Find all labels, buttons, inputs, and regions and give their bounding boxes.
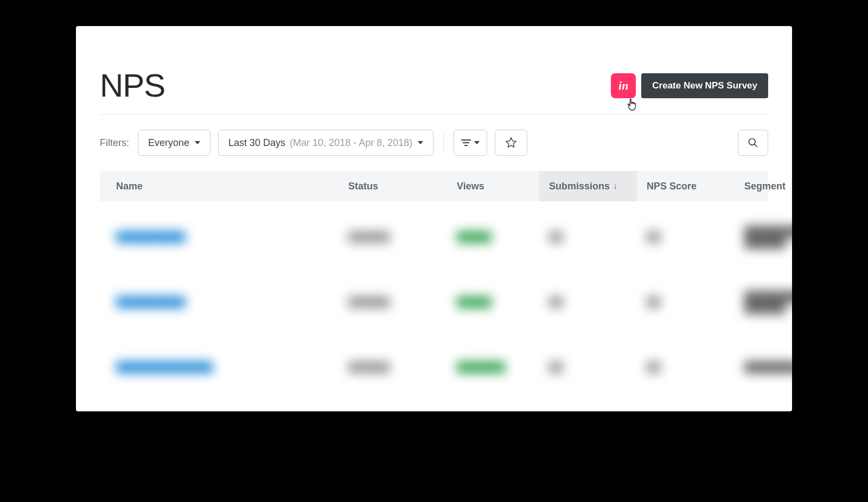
- header-actions: in Create New NPS Survey: [611, 73, 768, 98]
- filter-daterange-dropdown[interactable]: Last 30 Days (Mar 10, 2018 - Apr 8, 2018…: [218, 130, 433, 156]
- filter-options-button[interactable]: [454, 130, 487, 156]
- filter-icon: [461, 139, 471, 146]
- chevron-down-icon: [195, 141, 200, 144]
- divider: [443, 131, 444, 154]
- cursor-pointer-icon: [626, 97, 638, 112]
- column-header-segment[interactable]: Segment: [735, 171, 792, 201]
- filter-daterange-label: Last 30 Days: [228, 137, 285, 149]
- table-row[interactable]: ██████████ ██████ █████ ██ ██ ██████████…: [100, 270, 768, 335]
- chevron-down-icon: [418, 141, 423, 144]
- favorite-button[interactable]: [495, 130, 527, 156]
- column-header-views[interactable]: Views: [447, 171, 539, 201]
- search-icon: [748, 137, 758, 148]
- filters-bar: Filters: Everyone Last 30 Days (Mar 10, …: [100, 115, 768, 171]
- column-header-submissions[interactable]: Submissions ↓: [539, 171, 637, 201]
- table-header-row: Name Status Views Submissions ↓ NPS Scor…: [100, 171, 768, 201]
- filter-daterange-detail: (Mar 10, 2018 - Apr 8, 2018): [290, 137, 412, 149]
- table-body: ██████████ ██████ █████ ██ ██ ██████████…: [100, 205, 768, 400]
- sort-desc-icon: ↓: [613, 181, 617, 191]
- filter-audience-dropdown[interactable]: Everyone: [138, 130, 210, 156]
- search-button[interactable]: [738, 130, 768, 156]
- column-header-name[interactable]: Name: [100, 171, 339, 201]
- table-row[interactable]: ██████████ ██████ █████ ██ ██ ██████████…: [100, 205, 768, 270]
- column-header-status[interactable]: Status: [339, 171, 447, 201]
- filters-label: Filters:: [100, 137, 129, 149]
- chevron-down-icon: [474, 141, 480, 144]
- table-row[interactable]: ██████████████ ██████ ███████ ██ ██ ████…: [100, 335, 768, 400]
- app-window: NPS in Create New NPS Survey Filters: Ev…: [76, 26, 792, 411]
- filter-audience-value: Everyone: [148, 137, 189, 149]
- page-header: NPS in Create New NPS Survey: [100, 67, 768, 115]
- page-title: NPS: [100, 67, 165, 104]
- invision-icon: in: [618, 79, 628, 93]
- column-header-nps-score[interactable]: NPS Score: [637, 171, 735, 201]
- star-icon: [505, 137, 517, 149]
- invision-button[interactable]: in: [611, 73, 636, 98]
- svg-line-1: [755, 144, 757, 147]
- create-nps-survey-button[interactable]: Create New NPS Survey: [641, 73, 768, 98]
